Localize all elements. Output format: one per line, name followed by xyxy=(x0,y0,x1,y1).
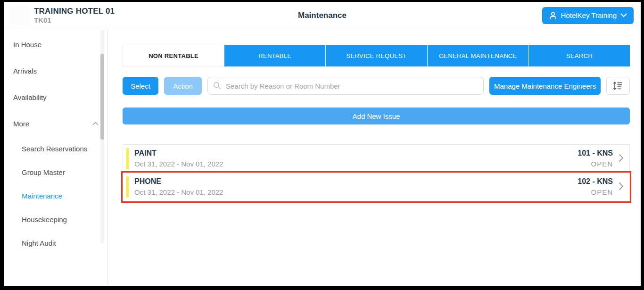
hotel-info: TRAINING HOTEL 01 TK01 xyxy=(34,6,115,25)
sidebar-item-search-reservations[interactable]: Search Reservations xyxy=(4,137,107,160)
sort-button[interactable] xyxy=(606,77,630,95)
app-window: TRAINING HOTEL 01 TK01 Maintenance Hotel… xyxy=(4,2,641,286)
chevron-right-icon xyxy=(619,182,624,192)
issue-info: PHONE Oct 31, 2022 - Nov 01, 2022 xyxy=(134,176,223,198)
sidebar-item-label: Housekeeping xyxy=(22,215,67,224)
issue-room-status: 101 - KNS OPEN xyxy=(578,148,613,170)
tab-non-rentable[interactable]: NON RENTABLE xyxy=(123,45,224,66)
issue-list: PAINT Oct 31, 2022 - Nov 01, 2022 101 - … xyxy=(123,144,630,201)
window-frame: TRAINING HOTEL 01 TK01 Maintenance Hotel… xyxy=(0,0,644,290)
tab-general-maintenance[interactable]: GENERAL MAINTENANCE xyxy=(428,45,529,66)
hotel-logo xyxy=(9,6,29,25)
hotel-code: TK01 xyxy=(34,16,115,25)
sidebar-item-label: Availability xyxy=(13,93,47,101)
issue-status-marker xyxy=(126,176,129,198)
issue-reason: PHONE xyxy=(134,176,223,187)
issue-room-status: 102 - KNS OPEN xyxy=(578,176,613,198)
manage-maintenance-engineers-button[interactable]: Manage Maintenance Engineers xyxy=(489,77,601,95)
sidebar: In House Arrivals Availability More Sear… xyxy=(4,29,107,286)
toolbar: Select Action Manage Maintenance Enginee… xyxy=(123,77,630,95)
tab-search[interactable]: SEARCH xyxy=(529,45,630,66)
issue-status: OPEN xyxy=(578,187,613,198)
issue-row-phone[interactable]: PHONE Oct 31, 2022 - Nov 01, 2022 102 - … xyxy=(123,173,630,201)
sidebar-item-more[interactable]: More xyxy=(4,110,107,137)
issue-status-marker xyxy=(126,148,129,169)
sidebar-item-night-audit[interactable]: Night Audit xyxy=(4,231,107,255)
issue-reason: PAINT xyxy=(134,148,223,159)
sidebar-item-label: Search Reservations xyxy=(22,145,87,153)
search-icon xyxy=(213,82,221,91)
sidebar-scrollbar-thumb[interactable] xyxy=(100,54,104,140)
tab-service-request[interactable]: SERVICE REQUEST xyxy=(326,45,427,66)
sidebar-item-housekeeping[interactable]: Housekeeping xyxy=(4,207,107,231)
chevron-up-icon xyxy=(92,122,99,125)
issue-room: 101 - KNS xyxy=(578,148,613,159)
sidebar-item-label: In House xyxy=(13,41,41,49)
user-icon xyxy=(549,11,557,20)
action-button: Action xyxy=(164,77,202,95)
main-content: NON RENTABLE RENTABLE SERVICE REQUEST GE… xyxy=(107,29,641,286)
issue-dates: Oct 31, 2022 - Nov 01, 2022 xyxy=(134,187,223,198)
sidebar-item-label: Group Master xyxy=(22,168,65,176)
sidebar-item-in-house[interactable]: In House xyxy=(4,31,107,58)
sidebar-item-label: Arrivals xyxy=(13,67,37,75)
tab-rentable[interactable]: RENTABLE xyxy=(224,45,326,66)
user-menu-label: HotelKey Training xyxy=(561,11,617,19)
search-input[interactable] xyxy=(207,77,484,95)
sidebar-item-availability[interactable]: Availability xyxy=(4,84,107,110)
sidebar-item-arrivals[interactable]: Arrivals xyxy=(4,58,107,84)
chevron-down-icon xyxy=(620,13,627,17)
hotel-name: TRAINING HOTEL 01 xyxy=(34,6,115,16)
select-button[interactable]: Select xyxy=(123,77,158,95)
top-header: TRAINING HOTEL 01 TK01 Maintenance Hotel… xyxy=(4,2,641,29)
sort-lines-icon xyxy=(612,81,624,91)
issue-room: 102 - KNS xyxy=(578,176,613,187)
chevron-right-icon xyxy=(619,154,624,164)
sidebar-scrollbar-track xyxy=(100,30,104,243)
sidebar-item-label: More xyxy=(13,120,29,128)
sidebar-item-label: Maintenance xyxy=(22,192,62,200)
search-field-wrap xyxy=(207,77,484,95)
tab-bar: NON RENTABLE RENTABLE SERVICE REQUEST GE… xyxy=(123,45,630,66)
sidebar-item-group-master[interactable]: Group Master xyxy=(4,160,107,184)
user-menu-button[interactable]: HotelKey Training xyxy=(542,7,634,24)
issue-status: OPEN xyxy=(578,159,613,170)
sidebar-item-maintenance[interactable]: Maintenance xyxy=(4,184,107,207)
issue-info: PAINT Oct 31, 2022 - Nov 01, 2022 xyxy=(134,148,223,170)
issue-row-paint[interactable]: PAINT Oct 31, 2022 - Nov 01, 2022 101 - … xyxy=(123,144,630,173)
issue-dates: Oct 31, 2022 - Nov 01, 2022 xyxy=(134,159,223,170)
add-new-issue-button[interactable]: Add New Issue xyxy=(123,108,630,124)
sidebar-item-label: Night Audit xyxy=(22,239,56,247)
